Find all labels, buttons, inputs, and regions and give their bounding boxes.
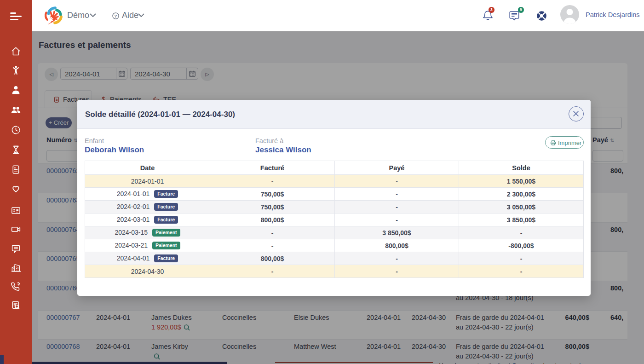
svg-text:?: ? <box>115 13 117 18</box>
